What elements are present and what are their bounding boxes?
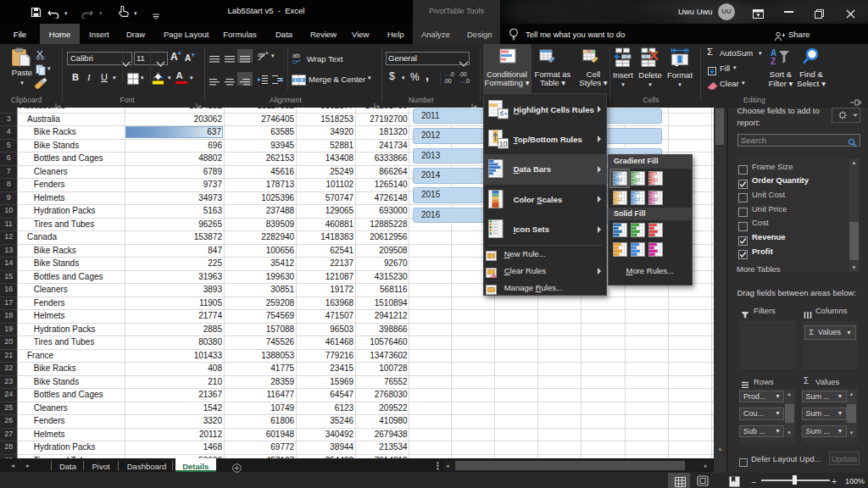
svg-text:10: 10: [499, 140, 508, 148]
svg-text:ab: ab: [258, 52, 264, 58]
svg-text:Z: Z: [771, 57, 776, 65]
